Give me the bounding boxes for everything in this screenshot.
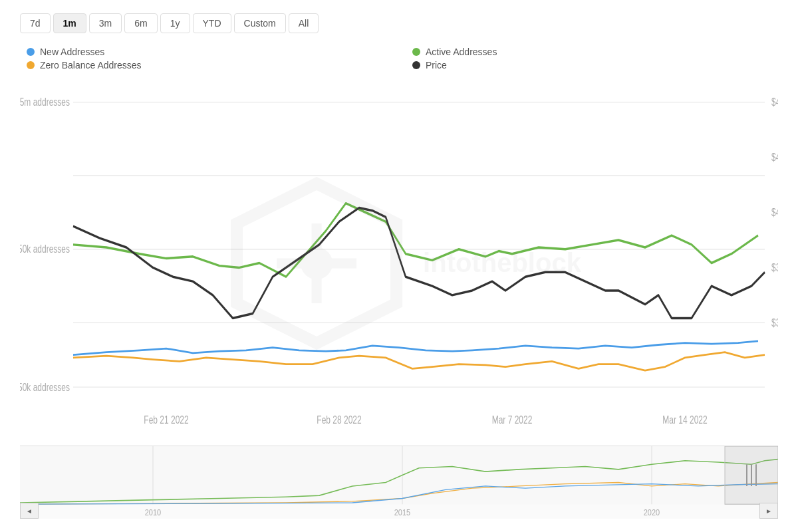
- legend-dot-price: [412, 61, 420, 69]
- nav-right-arrow[interactable]: ►: [759, 503, 778, 519]
- svg-text:Mar 7 2022: Mar 7 2022: [492, 414, 533, 426]
- nav-left-arrow[interactable]: ◄: [20, 503, 39, 519]
- time-btn-1y[interactable]: 1y: [160, 13, 190, 33]
- svg-text:$40,498.00: $40,498.00: [771, 206, 778, 218]
- chart-area: intotheblock 1.25m addresses 750k addres…: [20, 84, 778, 519]
- svg-text:250k addresses: 250k addresses: [20, 381, 70, 393]
- navigator-controls: ◄ ►: [20, 503, 778, 519]
- time-btn-3m[interactable]: 3m: [89, 13, 122, 33]
- svg-text:Feb 28 2022: Feb 28 2022: [317, 414, 361, 426]
- time-btn-6m[interactable]: 6m: [124, 13, 157, 33]
- legend-dot-new-addresses: [27, 48, 35, 56]
- legend-dot-active-addresses: [412, 48, 420, 56]
- svg-text:1.25m addresses: 1.25m addresses: [20, 96, 70, 108]
- time-btn-7d[interactable]: 7d: [20, 13, 51, 33]
- svg-text:Mar 14 2022: Mar 14 2022: [662, 414, 707, 426]
- svg-text:$38,632.00: $38,632.00: [771, 261, 778, 273]
- legend-label-active-addresses: Active Addresses: [426, 47, 497, 57]
- legend-label-price: Price: [426, 60, 447, 70]
- time-btn-ytd[interactable]: YTD: [193, 13, 231, 33]
- svg-text:Feb 21 2022: Feb 21 2022: [144, 414, 188, 426]
- legend-label-new-addresses: New Addresses: [40, 47, 104, 57]
- time-btn-all[interactable]: All: [289, 13, 319, 33]
- svg-text:750k addresses: 750k addresses: [20, 243, 70, 255]
- svg-rect-32: [20, 446, 725, 504]
- mini-chart: 2010 2015 2020 ◄: [20, 446, 778, 519]
- time-btn-1m[interactable]: 1m: [53, 13, 86, 33]
- main-chart: intotheblock 1.25m addresses 750k addres…: [20, 84, 778, 442]
- legend-dot-zero-balance: [27, 61, 35, 69]
- legend-label-zero-balance: Zero Balance Addresses: [40, 60, 142, 70]
- chart-legend: New AddressesActive AddressesZero Balanc…: [20, 47, 778, 70]
- svg-text:$36,766.00: $36,766.00: [771, 317, 778, 329]
- svg-text:$42,364.00: $42,364.00: [771, 151, 778, 163]
- legend-item-active-addresses: Active Addresses: [412, 47, 778, 57]
- legend-item-zero-balance: Zero Balance Addresses: [27, 60, 392, 70]
- svg-text:$44,230.00: $44,230.00: [771, 96, 778, 108]
- time-range-selector: 7d1m3m6m1yYTDCustomAll: [20, 13, 778, 33]
- time-btn-custom[interactable]: Custom: [234, 13, 286, 33]
- legend-item-price: Price: [412, 60, 778, 70]
- legend-item-new-addresses: New Addresses: [27, 47, 392, 57]
